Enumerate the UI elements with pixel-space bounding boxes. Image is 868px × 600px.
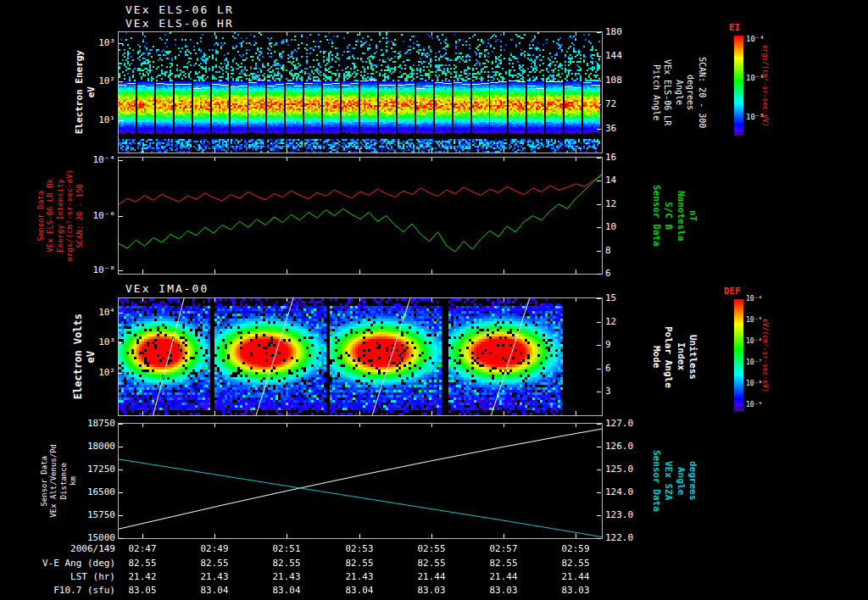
p2-time-tick-top [214, 158, 215, 161]
time-label: 02:57 [482, 543, 525, 554]
p3-right-tick-label: 3 [605, 386, 644, 396]
p1-time-tick-top [576, 32, 576, 36]
p4-ytick-label: 18000 [75, 442, 115, 451]
p1-time-tick-top [142, 32, 143, 36]
p3-right-label-line: Unitless [688, 335, 698, 380]
p2-left-axis-label: Sensor DataVEx ELS-06 LR BkEnergy Intens… [37, 158, 84, 274]
p1-right-tick-label: 180 [605, 27, 644, 36]
colorbar-tick-label: 10⁻⁹ [746, 402, 762, 408]
p3-ytick-mark [119, 342, 123, 343]
p2-frame [118, 157, 603, 275]
p3-ytick-mark [119, 373, 123, 374]
p2-left-label-line: Sensor Data [37, 191, 45, 242]
p1-frame [118, 31, 603, 153]
p4-time-tick-bottom [142, 534, 143, 538]
table-value: 82.55 [121, 558, 164, 569]
p4-left-label-line: Sensor Data [41, 456, 48, 507]
colorbar-tick-label: 10⁻⁴ [746, 36, 765, 43]
table-value: 82.55 [482, 558, 525, 569]
p3-time-tick-bottom [576, 411, 576, 415]
colorbar-tick-label: 10⁻⁶ [746, 338, 762, 345]
p1-time-tick-bottom [142, 148, 143, 153]
p1-right-tick-label: 108 [605, 75, 644, 85]
p2-right-tick-label: 8 [605, 246, 644, 255]
p4-time-tick-top [576, 424, 576, 427]
p4-right-label-line: degrees [688, 461, 698, 500]
vex-quicklook-plot: VEx ELS-06 LR VEx ELS-06 HR VEx IMA-00 E… [0, 0, 868, 600]
p4-ytick-mark [119, 424, 123, 425]
p2-right-label-line: Nanotesla [676, 191, 686, 242]
p4-time-tick-bottom [287, 534, 287, 538]
p1-ytick-mark [119, 120, 123, 121]
p4-time-tick-bottom [504, 534, 504, 538]
p2-rtick-mark [597, 227, 601, 228]
table-row-label: V-E Ang (deg) [14, 558, 115, 569]
p4-ytick-label: 15000 [75, 533, 115, 542]
p1-time-tick-bottom [504, 148, 504, 153]
p3-right-tick-label: 12 [605, 317, 644, 326]
p2-rtick-mark [597, 274, 601, 275]
p3-time-tick-top [504, 298, 504, 302]
p2-right-tick-label: 14 [605, 175, 644, 185]
p2-time-tick-bottom [142, 269, 143, 274]
p4-time-tick-top [431, 424, 432, 427]
p4-rtick-mark [597, 447, 601, 447]
p2-time-tick-top [576, 158, 576, 161]
p2-time-tick-top [431, 158, 432, 161]
table-value: 21.44 [482, 571, 525, 582]
p4-left-axis-label: Sensor DataVEx Alt/Venus/PdDistancekm [41, 424, 78, 538]
p1-right-tick-label: 36 [605, 124, 644, 133]
p3-time-tick-top [576, 298, 576, 302]
p1-rtick-mark [597, 32, 601, 33]
time-label: 02:49 [193, 543, 236, 554]
p4-rtick-mark [597, 515, 601, 516]
table-value: 82.55 [265, 558, 308, 569]
table-value: 21.44 [410, 571, 453, 582]
p2-left-label-line: SCAN: 20 - 150 [76, 184, 84, 248]
table-value: 82.55 [410, 558, 453, 569]
p4-rtick-mark [597, 469, 601, 470]
p1-right-label-line: SCAN: 20 - 300 [697, 57, 706, 128]
date-label: 2006/149 [49, 543, 115, 554]
p3-right-label-line: Index [676, 342, 686, 370]
p1-right-label-line: Pitch Angle [651, 64, 660, 120]
p2-left-label-line: ergs/(cm²-sr-sec-eV) [66, 169, 74, 261]
p1-left-label-line: eV [86, 86, 97, 97]
p3-time-tick-top [142, 298, 143, 302]
p1-right-label-line: VEx ELS-06 LR [663, 59, 672, 125]
p2-right-tick-label: 6 [605, 269, 644, 278]
table-value: 83.03 [482, 585, 525, 596]
p1-time-tick-top [287, 32, 287, 36]
p1-time-tick-bottom [431, 148, 432, 153]
p2-left-label-line: Energy Intensity [57, 179, 64, 253]
p4-ytick-label: 17250 [75, 464, 115, 474]
p4-ytick-mark [119, 447, 123, 447]
p4-right-tick-label: 127.0 [605, 419, 644, 428]
p3-ytick-mark [119, 313, 123, 314]
table-row-label: LST (hr) [14, 571, 115, 582]
p3-rtick-mark [597, 369, 601, 369]
p3-right-axis-label: ModePolar AngleIndexUnitless [651, 298, 698, 415]
table-value: 82.55 [554, 558, 597, 569]
p4-right-axis-label: Sensor DataVEx SZAAngledegrees [651, 424, 698, 538]
p1-ytick-mark [119, 81, 123, 82]
table-value: 83.04 [338, 585, 381, 596]
p1-rtick-mark [597, 104, 601, 105]
p4-right-tick-label: 122.0 [605, 533, 644, 542]
table-row-label: F10.7 (sfu) [14, 585, 115, 596]
p2-time-tick-top [504, 158, 504, 161]
p1-time-tick-top [504, 32, 504, 36]
p4-frame [118, 423, 603, 539]
time-label: 02:55 [410, 543, 453, 554]
p1-time-tick-bottom [214, 148, 215, 153]
p4-time-tick-bottom [576, 534, 576, 538]
colorbar-tick-label: 10⁻⁴ [746, 296, 762, 303]
p2-time-tick-bottom [504, 269, 504, 274]
p1-right-axis-label: Pitch AngleVEx ELS-06 LRAngledegreesSCAN… [651, 32, 706, 153]
p4-right-tick-label: 126.0 [605, 442, 644, 451]
p1-time-tick-bottom [359, 148, 360, 153]
p4-ytick-mark [119, 492, 123, 493]
p2-rtick-mark [597, 158, 601, 158]
p3-frame [118, 297, 603, 416]
p3-right-label-line: Polar Angle [664, 326, 674, 388]
